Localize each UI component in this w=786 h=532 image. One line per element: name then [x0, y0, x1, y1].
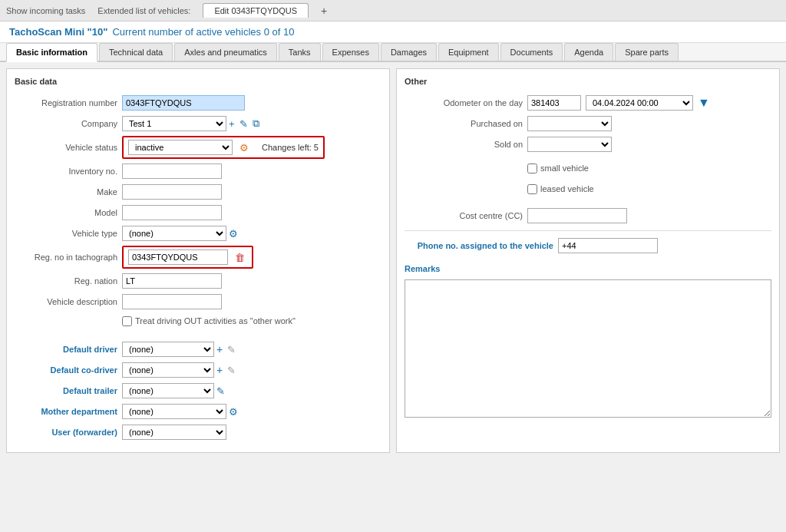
model-row: Model: [15, 204, 381, 221]
inventory-no-label: Inventory no.: [15, 167, 122, 176]
leased-vehicle-checkbox[interactable]: [527, 184, 537, 194]
sold-on-row: Sold on: [405, 136, 771, 153]
changes-left-label: Changes left: 5: [262, 143, 319, 152]
phone-input[interactable]: [558, 238, 658, 253]
mother-department-label: Mother department: [15, 407, 122, 416]
default-trailer-row: Default trailer (none) ✎: [15, 382, 381, 399]
reg-nation-input[interactable]: [122, 273, 222, 289]
treat-driving-label: Treat driving OUT activities as "other w…: [135, 316, 296, 325]
tab-spare-parts[interactable]: Spare parts: [615, 43, 679, 61]
phone-label: Phone no. assigned to the vehicle: [405, 241, 558, 250]
leased-vehicle-label: leased vehicle: [540, 184, 594, 193]
make-label: Make: [15, 187, 122, 197]
vehicle-status-highlight: inactive ⚙ Changes left: 5: [122, 136, 325, 159]
default-trailer-edit-button[interactable]: ✎: [214, 385, 227, 398]
vehicle-type-select[interactable]: (none): [122, 226, 226, 241]
extended-list-label: Extended list of vehicles:: [97, 6, 190, 15]
registration-number-row: Registration number: [15, 94, 381, 111]
vehicle-type-row: Vehicle type (none) ⚙: [15, 225, 381, 242]
default-co-driver-select[interactable]: (none): [122, 362, 214, 378]
divider: [405, 230, 771, 231]
user-forwarder-select[interactable]: (none): [122, 425, 226, 440]
tab-equipment[interactable]: Equipment: [438, 43, 499, 61]
other-title: Other: [405, 77, 771, 88]
tab-agenda[interactable]: Agenda: [564, 43, 613, 61]
vehicle-type-icon-button[interactable]: ⚙: [226, 227, 240, 240]
odometer-date-select[interactable]: 04.04.2024 00:00: [586, 95, 693, 111]
small-vehicle-checkbox[interactable]: [527, 164, 537, 173]
default-driver-add-button[interactable]: +: [214, 342, 225, 356]
tab-expenses[interactable]: Expenses: [322, 43, 379, 61]
leased-vehicle-checkbox-row: leased vehicle: [527, 184, 594, 194]
tab-documents[interactable]: Documents: [500, 43, 563, 61]
mother-department-select[interactable]: (none): [122, 404, 226, 419]
default-trailer-select[interactable]: (none): [122, 383, 214, 398]
model-input[interactable]: [122, 205, 222, 220]
tab-technical-data[interactable]: Technical data: [99, 43, 173, 61]
inventory-no-input[interactable]: [122, 164, 222, 179]
user-forwarder-label: User (forwarder): [15, 428, 122, 437]
odometer-value-input[interactable]: [527, 95, 581, 111]
tab-tanks[interactable]: Tanks: [279, 43, 321, 61]
default-co-driver-row: Default co-driver (none) + ✎: [15, 362, 381, 378]
vehicle-status-select[interactable]: inactive: [128, 140, 233, 155]
default-trailer-label: Default trailer: [15, 386, 122, 395]
vehicle-type-label: Vehicle type: [15, 229, 122, 238]
treat-driving-checkbox[interactable]: [122, 316, 132, 326]
sold-on-select[interactable]: [527, 137, 612, 152]
reg-no-tachograph-input[interactable]: [128, 249, 228, 265]
reg-nation-label: Reg. nation: [15, 276, 122, 286]
cost-centre-label: Cost centre (CC): [405, 211, 527, 220]
tab-basic-information[interactable]: Basic information: [6, 43, 97, 62]
registration-number-input[interactable]: [122, 95, 245, 111]
company-select[interactable]: Test 1: [122, 116, 226, 131]
mother-department-row: Mother department (none) ⚙: [15, 403, 381, 420]
show-tasks-link[interactable]: Show incoming tasks: [6, 6, 85, 15]
company-clone-button[interactable]: ⧉: [250, 117, 262, 131]
remarks-section: Remarks: [405, 264, 771, 420]
add-tab-button[interactable]: +: [321, 5, 327, 17]
vehicle-description-input[interactable]: [122, 294, 222, 309]
app-header: TachoScan Mini "10" Current number of ac…: [0, 21, 786, 43]
leased-vehicle-row: leased vehicle: [405, 182, 771, 199]
default-driver-edit-button[interactable]: ✎: [225, 343, 238, 356]
top-bar: Show incoming tasks Extended list of veh…: [0, 0, 786, 21]
purchased-on-row: Purchased on: [405, 115, 771, 132]
tab-axles-pneumatics[interactable]: Axles and pneumatics: [174, 43, 277, 61]
default-co-driver-add-button[interactable]: +: [214, 363, 225, 377]
purchased-on-select[interactable]: [527, 116, 612, 131]
small-vehicle-label: small vehicle: [540, 164, 589, 173]
edit-tab[interactable]: Edit 0343FTQYDQUS: [203, 3, 309, 18]
cost-centre-input[interactable]: [527, 208, 627, 223]
app-title: TachoScan Mini "10": [9, 26, 107, 38]
remarks-label: Remarks: [405, 264, 771, 273]
reg-nation-row: Reg. nation: [15, 273, 381, 289]
app-description: Current number of active vehicles 0 of 1…: [112, 26, 294, 38]
small-vehicle-row: small vehicle: [405, 161, 771, 178]
default-co-driver-edit-button[interactable]: ✎: [225, 364, 238, 377]
odometer-label: Odometer on the day: [405, 98, 527, 107]
default-co-driver-label: Default co-driver: [15, 365, 122, 375]
remarks-textarea[interactable]: [405, 279, 771, 418]
vehicle-status-icon-button[interactable]: ⚙: [237, 141, 251, 154]
odometer-expand-button[interactable]: ▼: [698, 96, 710, 110]
company-add-button[interactable]: +: [226, 117, 237, 131]
company-edit-button[interactable]: ✎: [237, 117, 250, 131]
reg-no-tachograph-delete-button[interactable]: 🗑: [233, 251, 247, 264]
tab-bar: Basic information Technical data Axles a…: [0, 43, 786, 62]
make-input[interactable]: [122, 184, 222, 200]
reg-no-tachograph-highlight: 🗑: [122, 246, 253, 269]
main-content: Basic data Registration number Company T…: [0, 62, 786, 459]
small-vehicle-checkbox-row: small vehicle: [527, 164, 589, 173]
model-label: Model: [15, 208, 122, 217]
reg-no-tachograph-row: Reg. no in tachograph 🗑: [15, 246, 381, 269]
mother-department-icon-button[interactable]: ⚙: [226, 405, 240, 418]
treat-driving-row: Treat driving OUT activities as "other w…: [15, 314, 381, 331]
sold-on-label: Sold on: [405, 140, 527, 149]
purchased-on-label: Purchased on: [405, 119, 527, 128]
inventory-no-row: Inventory no.: [15, 163, 381, 180]
default-driver-select[interactable]: (none): [122, 342, 214, 357]
phone-row: Phone no. assigned to the vehicle: [405, 237, 771, 254]
right-panel: Other Odometer on the day 04.04.2024 00:…: [396, 68, 780, 453]
tab-damages[interactable]: Damages: [381, 43, 437, 61]
